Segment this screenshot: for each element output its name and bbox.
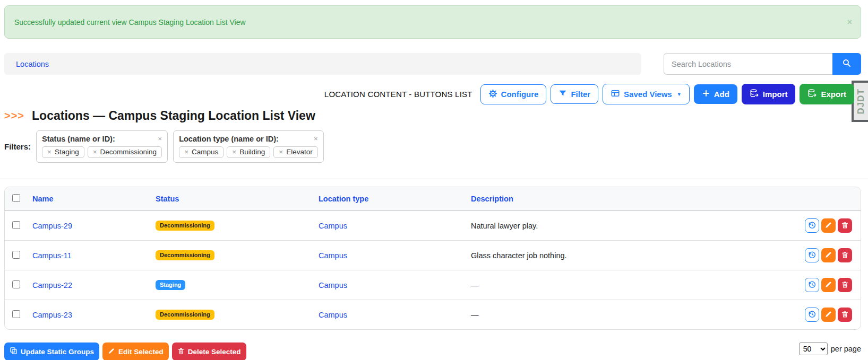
changelog-button[interactable] — [805, 278, 819, 292]
filter-tag: × Elevator — [273, 146, 317, 158]
remove-tag-icon[interactable]: × — [184, 148, 188, 156]
edit-button[interactable] — [821, 278, 836, 292]
description-cell: — — [471, 281, 479, 289]
filter-tag: × Decommissioning — [88, 146, 162, 158]
update-static-groups-button[interactable]: Update Static Groups — [4, 343, 99, 360]
update-static-groups-label: Update Static Groups — [21, 348, 94, 356]
column-header-description[interactable]: Description — [471, 195, 513, 203]
table-row: Campus-11 Decommissioning Campus Glass c… — [5, 241, 861, 270]
description-cell: — — [471, 311, 479, 319]
breadcrumb: Locations — [4, 53, 641, 75]
top-bar: Locations — [4, 53, 861, 75]
per-page-select[interactable]: 50 — [799, 343, 828, 355]
filter-tag-label: Campus — [192, 148, 218, 156]
location-type-link[interactable]: Campus — [319, 222, 347, 230]
filter-button[interactable]: Filter — [551, 84, 598, 104]
database-import-icon — [750, 89, 759, 100]
export-button-label: Export — [821, 90, 846, 99]
edit-selected-button[interactable]: Edit Selected — [102, 343, 169, 360]
remove-tag-icon[interactable]: × — [93, 148, 97, 156]
location-name-link[interactable]: Campus-22 — [32, 281, 72, 289]
history-icon — [807, 310, 817, 320]
filter-tag: × Campus — [179, 146, 224, 158]
search-group — [664, 53, 861, 75]
column-header-status[interactable]: Status — [156, 195, 179, 203]
filter-button-label: Filter — [571, 90, 590, 99]
pencil-icon — [824, 310, 832, 320]
location-type-link[interactable]: Campus — [319, 311, 347, 319]
changelog-button[interactable] — [805, 218, 819, 233]
column-header-name[interactable]: Name — [32, 195, 54, 203]
remove-tag-icon[interactable]: × — [232, 148, 236, 156]
location-type-link[interactable]: Campus — [319, 251, 347, 260]
add-button[interactable]: Add — [694, 84, 737, 104]
configure-button[interactable]: Configure — [480, 84, 547, 104]
table-row: Campus-29 Decommissioning Campus Natural… — [5, 211, 861, 241]
history-icon — [807, 280, 817, 291]
remove-filter-icon[interactable]: × — [158, 135, 162, 143]
add-button-label: Add — [714, 90, 729, 99]
divider — [0, 179, 868, 179]
title-bar: >>> Locations — Campus Staging Location … — [4, 109, 868, 123]
object-group-icon — [10, 347, 18, 356]
filter-tag: × Building — [227, 146, 270, 158]
column-header-location-type[interactable]: Location type — [319, 195, 368, 203]
remove-filter-icon[interactable]: × — [314, 135, 318, 143]
row-checkbox[interactable] — [12, 251, 20, 259]
location-name-link[interactable]: Campus-11 — [32, 251, 72, 260]
saved-views-button-label: Saved Views — [624, 90, 672, 99]
description-cell: Glass character job nothing. — [471, 251, 567, 260]
bulk-actions: Update Static Groups Edit Selected Delet… — [4, 343, 246, 360]
pencil-icon — [824, 221, 832, 231]
database-export-icon — [807, 89, 817, 100]
search-input[interactable] — [664, 53, 832, 75]
status-badge: Decommissioning — [156, 310, 214, 320]
table-header-row: Name Status Location type Description — [5, 187, 861, 211]
filter-group-location-type: Location type (name or ID): × × Campus ×… — [173, 130, 324, 163]
history-icon — [807, 221, 817, 231]
search-icon — [842, 58, 852, 69]
filter-group-label: Status (name or ID): — [42, 135, 115, 143]
edit-button[interactable] — [821, 248, 836, 262]
row-actions — [781, 248, 855, 262]
location-name-link[interactable]: Campus-23 — [32, 311, 72, 319]
row-checkbox[interactable] — [12, 221, 20, 229]
row-checkbox[interactable] — [12, 310, 20, 318]
filter-tag-label: Staging — [55, 148, 79, 156]
remove-tag-icon[interactable]: × — [47, 148, 51, 156]
trash-icon — [841, 251, 849, 260]
edit-button[interactable] — [821, 308, 836, 322]
locations-table: Name Status Location type Description Ca… — [5, 187, 861, 329]
export-button[interactable]: Export — [800, 84, 854, 104]
delete-selected-button[interactable]: Delete Selected — [172, 343, 246, 360]
location-name-link[interactable]: Campus-29 — [32, 222, 72, 230]
row-checkbox[interactable] — [12, 280, 20, 288]
filters-label: Filters: — [4, 142, 31, 151]
trash-icon — [177, 347, 185, 356]
breadcrumb-locations-link[interactable]: Locations — [16, 60, 49, 68]
chevron-down-icon: ▼ — [677, 92, 682, 97]
column-header-actions — [776, 187, 861, 211]
pagination: 50 per page Showing 1-4 of 4 — [799, 343, 861, 360]
delete-button[interactable] — [838, 218, 852, 233]
delete-button[interactable] — [838, 278, 852, 292]
filters-bar: Filters: Status (name or ID): × × Stagin… — [4, 130, 868, 163]
location-type-link[interactable]: Campus — [319, 281, 347, 289]
changelog-button[interactable] — [805, 308, 819, 322]
status-badge: Decommissioning — [156, 221, 214, 231]
import-button[interactable]: Import — [742, 84, 796, 104]
row-actions — [781, 218, 855, 233]
row-actions — [781, 278, 855, 292]
success-alert: Successfully updated current view Campus… — [4, 5, 861, 39]
edit-selected-label: Edit Selected — [118, 348, 164, 356]
row-actions — [781, 308, 855, 322]
saved-views-button[interactable]: Saved Views ▼ — [603, 84, 690, 104]
delete-button[interactable] — [838, 308, 852, 322]
delete-button[interactable] — [838, 248, 852, 262]
changelog-button[interactable] — [805, 248, 819, 262]
select-all-checkbox[interactable] — [12, 194, 20, 202]
search-button[interactable] — [832, 53, 861, 75]
remove-tag-icon[interactable]: × — [279, 148, 283, 156]
close-icon[interactable]: × — [847, 18, 852, 27]
edit-button[interactable] — [821, 218, 836, 233]
